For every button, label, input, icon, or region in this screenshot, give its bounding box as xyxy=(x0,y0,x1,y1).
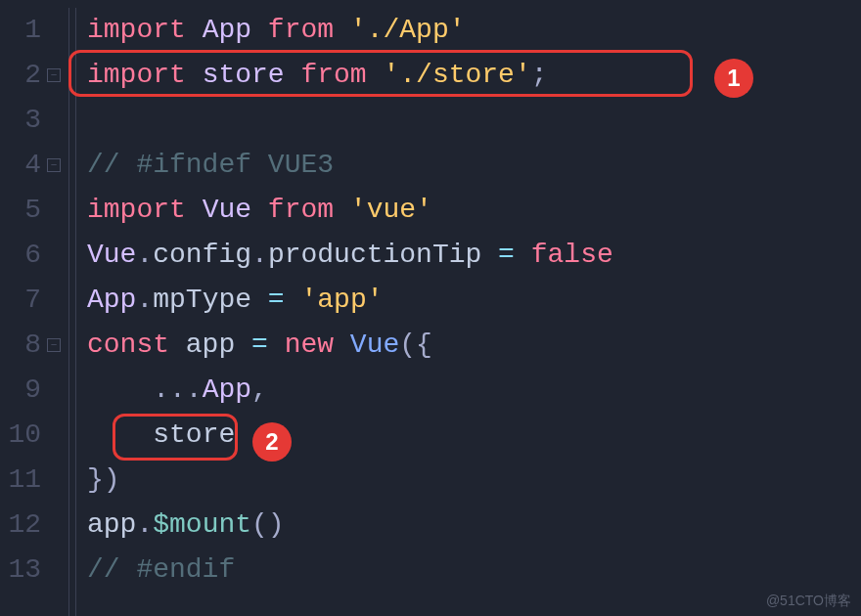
line-number: 11 xyxy=(8,458,41,503)
gutter-line: 5 xyxy=(0,188,61,233)
gutter-line: 13 xyxy=(0,548,61,593)
line-number: 10 xyxy=(8,413,41,458)
annotation-badge: 2 xyxy=(252,422,292,462)
indent-guide xyxy=(75,8,76,616)
fold-icon[interactable]: − xyxy=(47,338,61,352)
line-number: 9 xyxy=(12,368,41,413)
line-number: 8 xyxy=(12,323,41,368)
gutter-line: 12 xyxy=(0,503,61,548)
gutter-line: 8− xyxy=(0,323,61,368)
line-number: 2 xyxy=(12,53,41,98)
fold-icon[interactable]: − xyxy=(47,68,61,82)
line-number: 7 xyxy=(12,278,41,323)
gutter-line: 11 xyxy=(0,458,61,503)
annotation-badge: 1 xyxy=(714,59,753,98)
gutter-line: 4− xyxy=(0,143,61,188)
code-area[interactable]: import App from './App' import store fro… xyxy=(68,8,861,616)
gutter-line: 7 xyxy=(0,278,61,323)
line-number: 1 xyxy=(12,8,41,53)
code-line[interactable]: ...App, xyxy=(87,368,861,413)
gutter-line: 10 xyxy=(0,413,61,458)
code-line[interactable]: Vue.config.productionTip = false xyxy=(87,233,861,278)
line-number: 3 xyxy=(12,98,41,143)
gutter-line: 1 xyxy=(0,8,61,53)
gutter-line: 6 xyxy=(0,233,61,278)
code-line[interactable]: store xyxy=(87,413,861,458)
code-line[interactable]: // #ifndef VUE3 xyxy=(87,143,861,188)
line-number: 12 xyxy=(8,503,41,548)
line-number: 6 xyxy=(12,233,41,278)
code-line[interactable]: app.$mount() xyxy=(87,503,861,548)
gutter-line: 9 xyxy=(0,368,61,413)
code-line[interactable]: import Vue from 'vue' xyxy=(87,188,861,233)
code-line[interactable]: }) xyxy=(87,458,861,503)
line-gutter: 1 2− 3 4− 5 6 7 8− 9 10 11 12 13 xyxy=(0,8,68,616)
code-line[interactable]: App.mpType = 'app' xyxy=(87,278,861,323)
line-number: 5 xyxy=(12,188,41,233)
line-number: 4 xyxy=(12,143,41,188)
code-line[interactable]: import App from './App' xyxy=(87,8,861,53)
gutter-line: 2− xyxy=(0,53,61,98)
line-number: 13 xyxy=(8,548,41,593)
fold-icon[interactable]: − xyxy=(47,158,61,172)
gutter-line: 3 xyxy=(0,98,61,143)
code-line[interactable]: // #endif xyxy=(87,548,861,593)
code-line[interactable] xyxy=(87,98,861,143)
watermark: @51CTO博客 xyxy=(766,593,851,610)
code-line[interactable]: const app = new Vue({ xyxy=(87,323,861,368)
